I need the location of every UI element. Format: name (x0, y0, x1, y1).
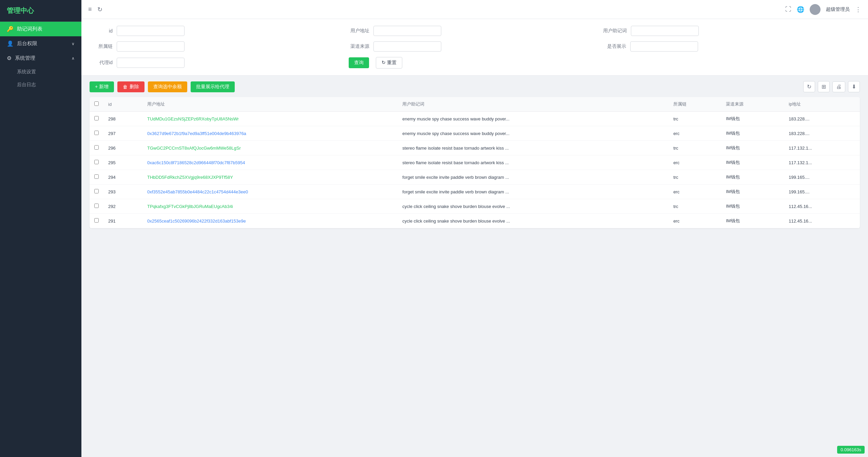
cell-address: 0x2565ceaf1c50269096b2422f332d163abf153e… (142, 214, 398, 228)
fullscreen-icon[interactable]: ⛶ (785, 6, 791, 13)
filter-input-user-address[interactable] (373, 26, 441, 36)
table-row: 295 0xac6c150c8f7186528c2d966448f70dc7f8… (90, 155, 860, 170)
address-link[interactable]: TGwGC2PCCrnST8xAfQJocGw6mMWe58LgSr (147, 146, 241, 151)
menu-toggle-icon[interactable]: ≡ (88, 6, 92, 13)
row-checkbox[interactable] (90, 141, 103, 155)
filter-input-agent-id[interactable] (117, 58, 185, 68)
header-left: ≡ ↻ (88, 6, 102, 13)
address-link[interactable]: 0x3627d9e672b1f9a7ed9a3ff51e004de9b46397… (147, 131, 246, 136)
sidebar-item-mnemonic-list[interactable]: 🔑 助记词列表 (0, 22, 81, 36)
table-header-row: id 用户地址 用户助记词 所属链 渠道来源 ip地址 (90, 97, 860, 112)
sidebar-item-backend-log[interactable]: 后台日志 (0, 78, 81, 91)
performance-badge: 0.096163s (837, 446, 865, 454)
print-btn[interactable]: 🖨 (832, 81, 845, 92)
chevron-down-icon: ∨ (72, 41, 75, 46)
cell-mnemonic: cycle click ceiling snake shove burden b… (398, 214, 669, 228)
filter-row-1: id 用户地址 用户助记词 (90, 26, 860, 36)
key-icon: 🔑 (7, 26, 14, 32)
filter-input-user-mnemonic[interactable] (631, 26, 699, 36)
cell-chain: trc (669, 112, 721, 126)
row-checkbox[interactable] (90, 112, 103, 126)
address-link[interactable]: TPqkafxg3FTvCGkPj8bJGRuMaEUgcAb34i (147, 204, 233, 209)
filter-label-user-address: 用户地址 (346, 28, 373, 34)
reset-button[interactable]: ↻ 重置 (376, 57, 402, 69)
more-icon[interactable]: ⋮ (855, 6, 861, 13)
export-btn[interactable]: ⬇ (848, 81, 860, 92)
table-row: 298 TUdMDu1GEzsNSjZEPz6RXobyTpU8A5NsWr e… (90, 112, 860, 126)
sidebar-item-system-mgmt[interactable]: ⚙ 系统管理 ∧ (0, 51, 81, 65)
address-link[interactable]: TUdMDu1GEzsNSjZEPz6RXobyTpU8A5NsWr (147, 116, 239, 121)
filter-actions: 查询 ↻ 重置 (345, 57, 860, 69)
cell-channel: IM钱包 (721, 112, 784, 126)
add-button[interactable]: + 新增 (90, 81, 114, 92)
gear-icon: ⚙ (7, 55, 12, 61)
filter-input-chain[interactable] (117, 41, 185, 52)
filter-item-is-display: 是否展示 (603, 41, 860, 52)
cell-chain: trc (669, 170, 721, 185)
filter-input-channel-source[interactable] (373, 41, 441, 52)
select-all-checkbox[interactable] (94, 101, 99, 106)
column-config-btn[interactable]: ⊞ (818, 81, 830, 92)
table-row: 293 0xf3552e45ab7855b0e4484c22c1c4754d44… (90, 185, 860, 199)
filter-label-id: id (90, 28, 117, 34)
table-row: 291 0x2565ceaf1c50269096b2422f332d163abf… (90, 214, 860, 228)
address-link[interactable]: 0x2565ceaf1c50269096b2422f332d163abf153e… (147, 218, 246, 224)
filter-row-3: 代理id 查询 ↻ 重置 (90, 57, 860, 69)
table-toolbar-right: ↻ ⊞ 🖨 ⬇ (803, 81, 860, 92)
row-checkbox[interactable] (90, 199, 103, 214)
sidebar: 管理中心 🔑 助记词列表 👤 后台权限 ∨ ⚙ 系统管理 ∧ 系统设置 后台日志 (0, 0, 81, 457)
user-icon: 👤 (7, 40, 14, 47)
row-checkbox[interactable] (90, 126, 103, 141)
cell-id: 298 (103, 112, 142, 126)
globe-icon[interactable]: 🌐 (797, 6, 804, 13)
cell-ip: 117.132.1... (784, 155, 860, 170)
filter-input-id[interactable] (117, 26, 185, 36)
table-row: 296 TGwGC2PCCrnST8xAfQJocGw6mMWe58LgSr s… (90, 141, 860, 155)
table-toolbar: + 新增 🗑 删除 查询选中余额 批量展示给代理 ↻ ⊞ 🖨 ⬇ (90, 81, 860, 92)
sidebar-item-label: 后台权限 (17, 40, 37, 47)
row-checkbox[interactable] (90, 214, 103, 228)
cell-ip: 183.228.... (784, 126, 860, 141)
batch-display-btn[interactable]: 批量展示给代理 (191, 81, 235, 92)
sidebar-item-label: 助记词列表 (17, 26, 42, 32)
filter-label-is-display: 是否展示 (603, 43, 630, 50)
cell-channel: IM钱包 (721, 126, 784, 141)
cell-id: 295 (103, 155, 142, 170)
sidebar-item-label: 系统管理 (15, 55, 35, 61)
address-link[interactable]: THbDD5FdRkchZ5XVgjq9re68XJXP9Tf58Y (147, 175, 233, 180)
refresh-icon[interactable]: ↻ (97, 6, 102, 13)
avatar-image (810, 4, 821, 15)
filter-row-2: 所属链 渠道来源 是否展示 (90, 41, 860, 52)
row-checkbox[interactable] (90, 170, 103, 185)
table-row: 292 TPqkafxg3FTvCGkPj8bJGRuMaEUgcAb34i c… (90, 199, 860, 214)
sidebar-item-backend-perms[interactable]: 👤 后台权限 ∨ (0, 36, 81, 51)
address-link[interactable]: 0xac6c150c8f7186528c2d966448f70dc7f87b59… (147, 160, 245, 165)
cell-ip: 112.45.16... (784, 199, 860, 214)
row-checkbox[interactable] (90, 185, 103, 199)
cell-address: TGwGC2PCCrnST8xAfQJocGw6mMWe58LgSr (142, 141, 398, 155)
query-selected-btn[interactable]: 查询选中余额 (148, 81, 187, 92)
cell-chain: erc (669, 214, 721, 228)
row-checkbox[interactable] (90, 155, 103, 170)
cell-channel: IM钱包 (721, 141, 784, 155)
cell-channel: IM钱包 (721, 214, 784, 228)
query-button[interactable]: 查询 (349, 57, 369, 68)
cell-mnemonic: stereo flame isolate resist base tornado… (398, 155, 669, 170)
refresh-table-btn[interactable]: ↻ (803, 81, 815, 92)
sidebar-sub-item-label: 系统设置 (17, 69, 36, 74)
header-checkbox-col (90, 97, 103, 112)
col-header-id: id (103, 97, 142, 112)
filter-input-is-display[interactable] (630, 41, 698, 52)
cell-id: 292 (103, 199, 142, 214)
cell-address: 0xac6c150c8f7186528c2d966448f70dc7f87b59… (142, 155, 398, 170)
cell-address: TPqkafxg3FTvCGkPj8bJGRuMaEUgcAb34i (142, 199, 398, 214)
col-header-address: 用户地址 (142, 97, 398, 112)
cell-channel: IM钱包 (721, 185, 784, 199)
filter-label-user-mnemonic: 用户助记词 (603, 28, 631, 34)
cell-ip: 199.165.... (784, 170, 860, 185)
cell-id: 297 (103, 126, 142, 141)
address-link[interactable]: 0xf3552e45ab7855b0e4484c22c1c4754d444e3e… (147, 189, 248, 194)
delete-button[interactable]: 🗑 删除 (117, 81, 144, 92)
cell-ip: 117.132.1... (784, 141, 860, 155)
sidebar-item-system-settings[interactable]: 系统设置 (0, 65, 81, 78)
